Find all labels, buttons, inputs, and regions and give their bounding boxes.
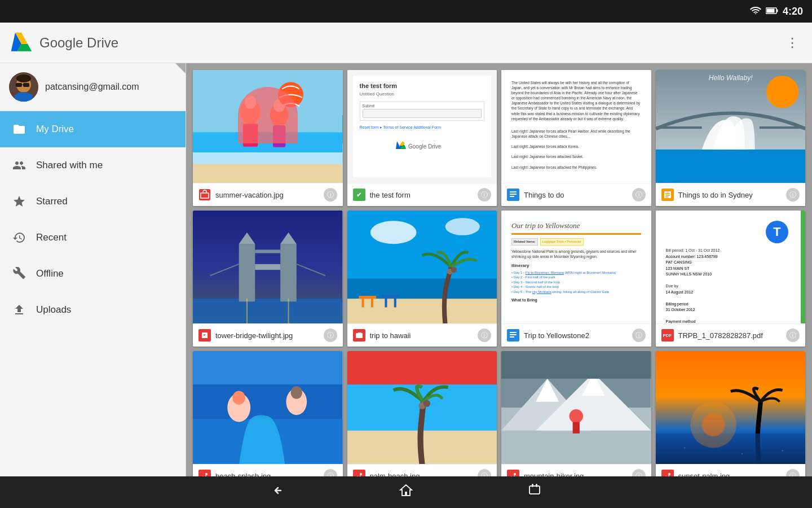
app-logo: Google Drive [9, 30, 782, 55]
list-item[interactable]: trip to hawaii ⓘ [347, 211, 497, 347]
file-thumbnail [347, 211, 497, 323]
file-name: the test form [370, 191, 478, 199]
file-name: summer-vacation.jpg [215, 191, 324, 199]
nav-item-shared[interactable]: Shared with me [0, 147, 186, 183]
file-info-button[interactable]: ⓘ [324, 329, 337, 342]
file-info-button[interactable]: ⓘ [632, 188, 646, 202]
file-thumbnail: The United States will always be with he… [501, 70, 651, 183]
nav-item-starred[interactable]: Starred [0, 183, 186, 220]
svg-rect-77 [510, 336, 514, 338]
file-name: tower-bridge-twilight.jpg [215, 331, 324, 340]
file-type-icon [198, 329, 211, 341]
file-thumbnail: Hello Wallaby! [656, 70, 806, 183]
svg-rect-44 [665, 193, 670, 194]
list-item[interactable]: beach-splash.jpg ⓘ [193, 351, 343, 476]
list-item[interactable]: tower-bridge-twilight.jpg ⓘ [193, 211, 343, 347]
my-drive-icon [11, 121, 27, 137]
file-name: Things to do in Sydney [678, 191, 787, 199]
svg-rect-19 [193, 164, 343, 183]
file-info-button[interactable]: ⓘ [786, 329, 800, 342]
svg-rect-12 [23, 83, 29, 87]
file-name: sunset-palm.jpg [678, 472, 787, 477]
file-info-button[interactable]: ⓘ [786, 188, 800, 202]
file-type-icon: PDF [661, 329, 674, 341]
svg-rect-50 [280, 244, 297, 301]
svg-rect-54 [255, 249, 280, 253]
file-info-button[interactable]: ⓘ [632, 469, 646, 476]
file-footer: trip to hawaii ⓘ [347, 323, 497, 347]
svg-point-101 [514, 473, 516, 475]
shared-label: Shared with me [36, 160, 103, 171]
svg-line-74 [360, 332, 361, 333]
more-options-icon[interactable]: ⋮ [782, 31, 803, 55]
list-item[interactable]: summer-vacation.jpg ⓘ [193, 70, 343, 206]
list-item[interactable]: T Bill period: 1 Oct - 31 Oct 2012 Accou… [656, 211, 806, 347]
back-button[interactable] [270, 483, 285, 502]
file-type-icon [507, 329, 519, 341]
file-info-button[interactable]: ⓘ [786, 469, 800, 476]
svg-point-41 [766, 76, 798, 108]
starred-icon [11, 194, 27, 209]
list-item[interactable]: the test form Untitled Question Submit R… [347, 70, 497, 206]
file-type-icon [198, 470, 211, 476]
svg-rect-84 [193, 351, 343, 384]
recent-label: Recent [36, 232, 67, 243]
list-item[interactable]: Our trip to Yellowstone Related Items: L… [501, 211, 651, 347]
file-thumbnail [193, 211, 343, 323]
file-footer: Things to do ⓘ [501, 183, 651, 206]
svg-rect-110 [529, 486, 540, 494]
svg-rect-35 [510, 194, 517, 195]
file-footer: Things to do in Sydney ⓘ [656, 183, 806, 206]
file-name: palm-beach.jpg [370, 472, 478, 477]
status-icons: 4:20 [750, 6, 803, 17]
svg-rect-48 [193, 299, 343, 323]
nav-item-uploads[interactable]: Uploads [0, 292, 186, 328]
file-name: TRPB_1_0782828287.pdf [678, 331, 787, 340]
uploads-label: Uploads [36, 304, 71, 316]
file-info-button[interactable]: ⓘ [478, 329, 491, 342]
list-item[interactable]: mountain-hiker.jpg ⓘ [501, 351, 651, 476]
app-title: Google Drive [39, 35, 118, 51]
svg-rect-69 [394, 297, 396, 307]
shared-icon [11, 157, 27, 173]
list-item[interactable]: Hello Wallaby! Things to do in Sydney ⓘ [656, 70, 806, 206]
form-subtitle: Untitled Question [360, 91, 485, 97]
file-name: beach-splash.jpg [215, 472, 324, 477]
google-drive-logo [9, 30, 34, 55]
recents-button[interactable] [527, 483, 542, 502]
file-thumbnail [193, 70, 343, 183]
svg-point-71 [451, 267, 456, 273]
file-info-button[interactable]: ⓘ [324, 469, 337, 476]
file-name: mountain-hiker.jpg [524, 472, 632, 477]
file-info-button[interactable]: ⓘ [324, 188, 337, 202]
file-info-button[interactable]: ⓘ [478, 469, 491, 476]
svg-rect-38 [656, 150, 806, 183]
yellowstone-title: Our trip to Yellowstone [511, 221, 641, 231]
file-thumbnail [501, 351, 651, 464]
nav-item-my-drive[interactable]: My Drive [0, 111, 186, 147]
svg-rect-100 [501, 351, 651, 379]
file-footer: mountain-hiker.jpg ⓘ [501, 464, 651, 476]
svg-point-24 [273, 99, 285, 112]
svg-rect-99 [573, 422, 580, 433]
file-footer: tower-bridge-twilight.jpg ⓘ [193, 323, 343, 347]
list-item[interactable]: palm-beach.jpg ⓘ [347, 351, 497, 476]
file-info-button[interactable]: ⓘ [632, 329, 646, 342]
svg-text:Hello Wallaby!: Hello Wallaby! [708, 74, 753, 82]
svg-rect-15 [15, 95, 33, 102]
file-footer: PDF TRPB_1_0782828287.pdf ⓘ [656, 323, 806, 347]
list-item[interactable]: sunset-palm.jpg ⓘ [656, 351, 806, 476]
nav-item-offline[interactable]: Offline [0, 256, 186, 292]
file-type-icon [507, 189, 519, 201]
svg-rect-112 [536, 484, 537, 487]
file-thumbnail: Our trip to Yellowstone Related Items: L… [501, 211, 651, 323]
file-info-button[interactable]: ⓘ [478, 188, 491, 202]
home-button[interactable] [398, 483, 414, 502]
file-name: Trip to Yellowstone2 [524, 331, 632, 340]
sidebar: patcansing@gmail.com My Drive Shared wit… [0, 63, 186, 476]
svg-point-90 [423, 400, 430, 407]
list-item[interactable]: The United States will always be with he… [501, 70, 651, 206]
nav-item-recent[interactable]: Recent [0, 220, 186, 256]
file-thumbnail [656, 351, 806, 464]
uploads-icon [11, 302, 27, 318]
